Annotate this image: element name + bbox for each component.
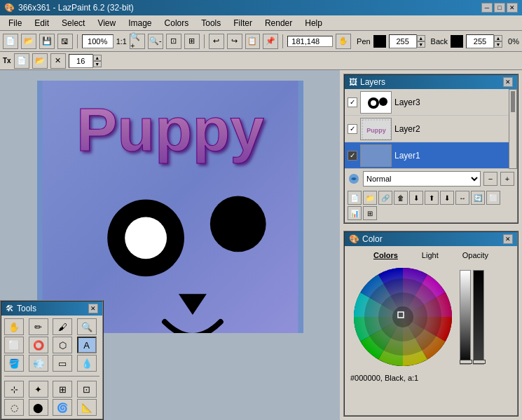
layer-flip[interactable]: ↔ [455,191,469,205]
tool-poly-sel[interactable]: ⬡ [53,337,72,353]
tool-s8[interactable]: 📐 [77,399,97,416]
svg-point-20 [392,306,413,327]
size-input[interactable] [69,54,93,68]
menu-file[interactable]: File [3,17,27,29]
color-close-button[interactable]: ✕ [503,234,513,244]
tool-s6[interactable]: ⬤ [29,399,48,416]
tools-close-button[interactable]: ✕ [88,304,98,313]
tool-brush[interactable]: 🖌 [53,318,72,335]
menu-tools[interactable]: Tools [195,17,226,29]
zoom-fit-button[interactable]: ⊡ [166,34,181,49]
layer-link[interactable]: 🔗 [378,191,392,205]
pen-value-input[interactable] [389,34,417,48]
layer-flatten[interactable]: ⬜ [486,191,500,205]
tb2-new[interactable]: 📄 [14,53,29,69]
color-wheel[interactable] [350,264,455,370]
menu-filter[interactable]: Filter [228,17,258,29]
back-color-swatch[interactable] [451,35,463,48]
layer-prop[interactable]: 📊 [348,206,362,220]
color-wheel-svg[interactable] [350,264,455,370]
pen-up[interactable]: ▲ [417,35,425,41]
minimize-button[interactable]: ─ [481,3,493,13]
size-down[interactable]: ▼ [93,61,102,67]
menu-view[interactable]: View [92,17,121,29]
zoom-in-button[interactable]: 🔍+ [130,34,145,49]
layer1-visibility[interactable]: ✓ [348,151,357,161]
layer-row-3[interactable]: ✓ Layer3 [345,89,509,116]
layer-open[interactable]: 📁 [363,191,377,205]
undo-button[interactable]: ↩ [209,34,224,49]
svg-point-3 [125,217,167,259]
menu-image[interactable]: Image [123,17,157,29]
color-tabs: Colors Light Opacity [348,249,514,262]
tool-s3[interactable]: ⊞ [53,381,72,398]
zoom-out-layer[interactable]: − [483,172,497,186]
tool-s7[interactable]: 🌀 [53,399,72,416]
back-value-input[interactable] [466,34,494,48]
layer-up[interactable]: ⬆ [425,191,439,205]
layer2-visibility[interactable]: ✓ [348,124,357,134]
save-button[interactable]: 💾 [39,34,55,49]
layer3-visibility[interactable]: ✓ [348,97,357,107]
tool-fill[interactable]: 🪣 [4,355,24,372]
opacity-slider-track[interactable] [473,270,484,365]
tool-s4[interactable]: ⊡ [77,381,97,398]
layer-new[interactable]: 📄 [348,191,362,205]
canvas-container[interactable]: Puppy [37,81,303,333]
layer-grid[interactable]: ⊞ [363,206,377,220]
redo-button[interactable]: ↪ [227,34,242,49]
grid-button[interactable]: ⊞ [184,34,200,49]
maximize-button[interactable]: □ [494,3,505,13]
app-icon: 🎨 [4,3,15,13]
zoom-out-button[interactable]: 🔍- [148,34,163,49]
size-up[interactable]: ▲ [93,55,102,61]
main-toolbar: 📄 📂 💾 🖫 1:1 🔍+ 🔍- ⊡ ⊞ ↩ ↪ 📋 📌 181,148 ✋ … [0,31,522,52]
menu-edit[interactable]: Edit [29,17,55,29]
tool-rect-sel[interactable]: ⬜ [4,337,24,353]
tool-hand[interactable]: ✋ [4,318,24,335]
tool-ellipse-sel[interactable]: ⭕ [29,337,48,353]
tool-s1[interactable]: ⊹ [4,381,24,398]
tab-opacity[interactable]: Opacity [457,250,494,260]
tool-rect[interactable]: ▭ [53,355,72,372]
layers-scrollbar[interactable] [509,89,517,169]
layer-rotate[interactable]: 🔄 [471,191,485,205]
close-button[interactable]: ✕ [507,3,518,13]
tb2-close[interactable]: ✕ [50,53,66,69]
copy-button[interactable]: 📋 [245,34,261,49]
layer-toolbar: 📄 📁 🔗 🗑 ⬇ ⬆ ⬇ ↔ 🔄 ⬜ 📊 ⊞ [345,189,517,222]
paste-button[interactable]: 📌 [263,34,278,49]
tab-light[interactable]: Light [416,250,444,260]
pen-color-swatch[interactable] [373,35,386,48]
back-down[interactable]: ▼ [494,41,502,48]
new-button[interactable]: 📄 [3,34,18,49]
layer-merge[interactable]: ⬇ [409,191,423,205]
menu-select[interactable]: Select [56,17,90,29]
zoom-in-layer[interactable]: + [500,172,514,186]
blend-mode-select[interactable]: Normal Multiply Screen Overlay [363,171,481,187]
tab-colors[interactable]: Colors [368,250,404,260]
layer-row-2[interactable]: ✓ Puppy Layer2 [345,116,509,142]
layer-row-1[interactable]: ✓ Layer1 [345,142,509,169]
tool-airbrush[interactable]: 💨 [29,355,48,372]
tb2-open[interactable]: 📂 [32,53,48,69]
tool-eyedropper[interactable]: 💧 [77,355,97,372]
save-as-button[interactable]: 🖫 [57,34,73,49]
menu-render[interactable]: Render [259,17,298,29]
tool-pen[interactable]: ✏ [29,318,48,335]
tool-s5[interactable]: ◌ [4,399,24,416]
open-button[interactable]: 📂 [21,34,36,49]
zoom-input[interactable] [82,34,114,48]
menu-colors[interactable]: Colors [159,17,195,29]
hand-tool[interactable]: ✋ [336,34,351,49]
layer-delete[interactable]: 🗑 [394,191,408,205]
tool-zoom[interactable]: 🔍 [77,318,97,335]
pen-down[interactable]: ▼ [417,41,425,48]
light-slider-track[interactable] [460,270,471,365]
layer-down[interactable]: ⬇ [440,191,454,205]
back-up[interactable]: ▲ [494,35,502,41]
menu-help[interactable]: Help [299,17,328,29]
tool-text[interactable]: A [77,337,97,353]
tool-s2[interactable]: ✦ [29,381,48,398]
layers-close-button[interactable]: ✕ [503,77,513,87]
